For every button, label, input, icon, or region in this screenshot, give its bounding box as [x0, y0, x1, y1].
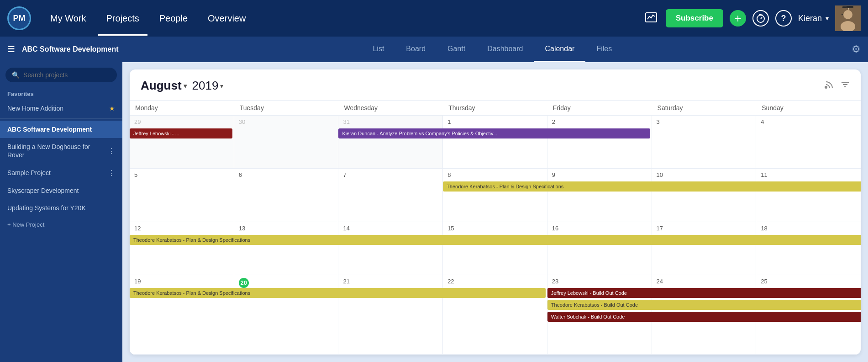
user-menu[interactable]: Kieran ▾ — [798, 14, 829, 23]
svg-line-4 — [759, 14, 760, 15]
calendar-week-2: 5 6 7 8 9 10 — [130, 169, 861, 222]
calendar-grid: Monday Tuesday Wednesday Thursday Friday… — [130, 101, 861, 355]
event-theodore-week3[interactable]: Theodore Kerabatsos - Plan & Design Spec… — [130, 235, 861, 245]
day-2[interactable]: 2 — [547, 116, 652, 168]
day-18[interactable]: 18 — [756, 222, 861, 275]
add-button[interactable]: + — [730, 10, 746, 27]
calendar-header-right — [824, 80, 850, 91]
day-3[interactable]: 3 — [652, 116, 757, 168]
sidebar-item-doghouse[interactable]: Building a New Doghouse for Rover ⋮ — [0, 138, 122, 164]
svg-point-14 — [825, 86, 827, 88]
event-jeffrey-build[interactable]: Jeffrey Lebowski - Build Out Code — [547, 288, 861, 298]
day-8[interactable]: 8 — [443, 169, 547, 221]
tab-list[interactable]: List — [362, 37, 395, 62]
settings-icon[interactable]: ⚙ — [852, 43, 861, 55]
help-icon[interactable]: ? — [775, 10, 792, 27]
sidebar-item-skyscraper[interactable]: Skyscraper Development — [0, 182, 122, 199]
rss-icon[interactable] — [824, 80, 833, 91]
day-16[interactable]: 16 — [547, 222, 652, 275]
svg-rect-10 — [842, 6, 846, 8]
calendar-week-4: 19 20 21 22 23 24 — [130, 275, 861, 355]
search-icon: 🔍 — [12, 71, 20, 79]
weekday-tuesday: Tuesday — [234, 101, 339, 115]
year-dropdown[interactable]: ▾ — [220, 82, 223, 90]
favorites-label: Favorites — [0, 86, 122, 100]
event-jeffrey-week1[interactable]: Jeffrey Lebowski - ... — [130, 128, 232, 138]
sidebar-item-y20k[interactable]: Updating Systems for Y20K — [0, 199, 122, 217]
more-icon-2[interactable]: ⋮ — [108, 169, 115, 177]
day-17[interactable]: 17 — [652, 222, 757, 275]
view-tabs: List Board Gantt Dashboard Calendar File… — [133, 37, 852, 62]
weekday-friday: Friday — [547, 101, 652, 115]
weekday-sunday: Sunday — [756, 101, 861, 115]
chart-icon[interactable] — [643, 10, 659, 27]
nav-people[interactable]: People — [151, 10, 196, 27]
day-10[interactable]: 10 — [652, 169, 757, 221]
calendar-month: August ▾ — [141, 79, 187, 93]
tab-gantt[interactable]: Gantt — [437, 37, 476, 62]
svg-rect-12 — [842, 14, 843, 15]
current-project-name: ☰ ABC Software Development — [7, 44, 133, 54]
day-22[interactable]: 22 — [443, 275, 547, 354]
calendar-card: August ▾ 2019 ▾ — [130, 69, 861, 355]
nav-my-work[interactable]: My Work — [42, 10, 95, 27]
day-15[interactable]: 15 — [443, 222, 547, 275]
day-9[interactable]: 9 — [547, 169, 652, 221]
day-20[interactable]: 20 — [234, 275, 339, 354]
day-6[interactable]: 6 — [234, 169, 339, 221]
day-13[interactable]: 13 — [234, 222, 339, 275]
filter-icon[interactable] — [841, 80, 850, 91]
main-nav-links: My Work Projects People Overview — [42, 10, 632, 27]
event-walter-build[interactable]: Walter Sobchak - Build Out Code — [547, 312, 861, 322]
day-30[interactable]: 30 — [234, 116, 339, 168]
subscribe-button[interactable]: Subscribe — [666, 9, 723, 27]
search-input[interactable] — [23, 71, 110, 79]
tab-calendar[interactable]: Calendar — [534, 37, 585, 62]
nav-projects[interactable]: Projects — [98, 10, 147, 27]
day-29[interactable]: 29 — [130, 116, 234, 168]
day-5[interactable]: 5 — [130, 169, 234, 221]
logo[interactable]: PM — [7, 6, 31, 30]
day-21[interactable]: 21 — [338, 275, 443, 354]
calendar-year: 2019 ▾ — [192, 79, 224, 93]
day-7[interactable]: 7 — [338, 169, 443, 221]
day-4[interactable]: 4 — [756, 116, 861, 168]
month-dropdown[interactable]: ▾ — [184, 82, 187, 90]
sidebar: 🔍 Favorites New Home Addition ★ ABC Soft… — [0, 62, 122, 362]
weekday-header: Monday Tuesday Wednesday Thursday Friday… — [130, 101, 861, 116]
sidebar-item-sample[interactable]: Sample Project ⋮ — [0, 164, 122, 182]
more-icon[interactable]: ⋮ — [108, 147, 115, 155]
nav-overview[interactable]: Overview — [200, 10, 254, 27]
second-nav: ☰ ABC Software Development List Board Ga… — [0, 37, 868, 62]
calendar-week-1: 29 30 31 1 2 3 — [130, 116, 861, 169]
calendar-week-3: 12 13 14 15 16 17 — [130, 222, 861, 275]
event-theodore-build[interactable]: Theodore Kerabatsos - Build Out Code — [547, 300, 861, 310]
day-31[interactable]: 31 — [338, 116, 443, 168]
svg-line-5 — [762, 14, 762, 15]
svg-rect-11 — [846, 6, 853, 8]
weekday-monday: Monday — [130, 101, 234, 115]
hamburger-icon[interactable]: ☰ — [7, 44, 15, 54]
search-box[interactable]: 🔍 — [5, 68, 117, 82]
weekday-thursday: Thursday — [443, 101, 547, 115]
sidebar-item-abc[interactable]: ABC Software Development — [0, 121, 122, 138]
tab-dashboard[interactable]: Dashboard — [476, 37, 534, 62]
day-1[interactable]: 1 — [443, 116, 547, 168]
event-theodore-week2[interactable]: Theodore Kerabatsos - Plan & Design Spec… — [443, 181, 861, 192]
new-project-button[interactable]: + New Project — [0, 217, 122, 233]
sidebar-item-new-home[interactable]: New Home Addition ★ — [0, 100, 122, 117]
day-14[interactable]: 14 — [338, 222, 443, 275]
tab-files[interactable]: Files — [585, 37, 623, 62]
event-theodore-week4[interactable]: Theodore Kerabatsos - Plan & Design Spec… — [130, 288, 546, 298]
weekday-saturday: Saturday — [652, 101, 757, 115]
tab-board[interactable]: Board — [395, 37, 437, 62]
day-11[interactable]: 11 — [756, 169, 861, 221]
star-icon: ★ — [109, 105, 115, 112]
event-kieran-week1[interactable]: Kieran Duncan - Analyze Problem vs Compa… — [338, 128, 650, 138]
timer-icon[interactable] — [752, 10, 769, 27]
avatar[interactable] — [835, 5, 861, 31]
day-12[interactable]: 12 — [130, 222, 234, 275]
day-19[interactable]: 19 — [130, 275, 234, 354]
calendar-container: August ▾ 2019 ▾ — [122, 62, 868, 362]
svg-rect-13 — [848, 8, 849, 10]
